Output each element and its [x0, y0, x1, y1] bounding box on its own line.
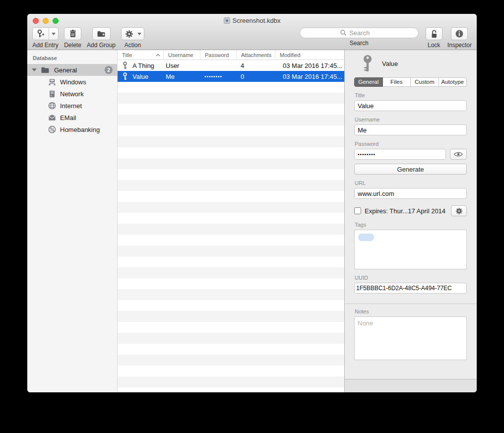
inspector-button[interactable] — [451, 27, 468, 40]
chevron-down-icon — [137, 33, 141, 35]
cell-password — [204, 60, 236, 71]
search-label: Search — [350, 40, 369, 47]
tab-autotype[interactable]: Autotype — [439, 77, 467, 87]
uuid-field[interactable] — [354, 283, 467, 294]
disclosure-triangle-icon[interactable] — [32, 68, 37, 71]
homebanking-icon — [48, 125, 56, 133]
entry-title: Value — [382, 60, 398, 67]
lock-label: Lock — [428, 42, 440, 49]
cell-username: User — [166, 60, 199, 71]
cell-attachments: 4 — [241, 60, 274, 71]
sidebar-item-windows[interactable]: Windows — [27, 76, 117, 88]
search-icon — [340, 29, 347, 36]
username-field[interactable] — [354, 124, 467, 135]
add-entry-dropdown-segment[interactable] — [49, 28, 58, 40]
gear-icon — [125, 30, 133, 38]
sidebar-item-network[interactable]: Network — [27, 88, 117, 100]
cell-title: A Thing — [132, 60, 163, 71]
info-icon — [455, 29, 464, 38]
trash-icon — [69, 29, 77, 38]
tab-files[interactable]: Files — [383, 77, 411, 87]
sidebar: Database General 2 — [27, 50, 118, 392]
screenshot: Screenshot.kdbx — [0, 0, 504, 433]
sidebar-item-internet[interactable]: Internet — [27, 100, 117, 112]
email-icon — [48, 114, 56, 122]
table-body[interactable]: A Thing User 4 03 Mar 2016 17:45... Valu… — [118, 60, 344, 392]
divider — [345, 304, 477, 304]
inspector-label: Inspector — [447, 42, 472, 49]
add-entry-group: Add Entry — [32, 27, 59, 49]
url-field[interactable] — [354, 188, 467, 199]
add-entry-main-segment[interactable] — [33, 28, 49, 40]
add-group-label: Add Group — [87, 42, 116, 49]
inspector-footer — [345, 379, 477, 392]
search-field[interactable] — [300, 27, 419, 38]
column-header-attachments[interactable]: Attachments — [237, 50, 275, 60]
expires-settings-button[interactable] — [451, 205, 467, 216]
key-icon — [362, 55, 374, 72]
toolbar: Add Entry Delete — [32, 27, 472, 49]
column-header-password[interactable]: Password — [200, 50, 237, 60]
network-icon — [48, 90, 56, 98]
cell-modified: 03 Mar 2016 17:45... — [283, 71, 343, 82]
title-field[interactable] — [354, 100, 467, 111]
lock-button[interactable] — [426, 27, 442, 40]
search-input[interactable] — [348, 29, 378, 37]
cell-attachments: 0 — [241, 71, 274, 82]
expires-label: Expires: Thur...17 April 2014 — [365, 207, 451, 215]
key-icon — [122, 62, 128, 69]
sidebar-item-homebanking[interactable]: Homebanking — [27, 124, 117, 135]
action-group: Action — [121, 27, 144, 49]
add-group-group: Add Group — [87, 27, 116, 49]
tag-pill[interactable] — [358, 234, 374, 241]
window-title: Screenshot.kdbx — [27, 17, 477, 24]
delete-label: Delete — [64, 42, 81, 49]
tab-general[interactable]: General — [354, 77, 383, 87]
add-group-button[interactable] — [92, 27, 111, 40]
column-header-modified[interactable]: Modified — [275, 50, 345, 60]
chevron-down-icon — [52, 33, 56, 35]
table-header: Title Username Password Attachments Modi… — [118, 50, 344, 60]
sidebar-item-label: Homebanking — [60, 126, 100, 133]
search-group: Search — [300, 27, 419, 47]
add-entry-button[interactable] — [32, 27, 59, 40]
action-main-segment[interactable] — [122, 28, 135, 40]
sidebar-item-label: EMail — [60, 114, 76, 122]
sidebar-item-label: Internet — [60, 102, 82, 110]
reveal-password-button[interactable] — [450, 149, 467, 160]
username-field-label: Username — [355, 117, 467, 123]
generate-button[interactable]: Generate — [354, 164, 467, 175]
action-dropdown-segment[interactable] — [135, 28, 144, 40]
action-button[interactable] — [121, 27, 144, 40]
inspector-group: Inspector — [447, 27, 472, 49]
url-field-label: URL — [355, 180, 467, 186]
notes-label: Notes — [355, 309, 467, 314]
expires-checkbox[interactable] — [354, 207, 361, 214]
key-plus-icon — [36, 29, 45, 38]
tab-custom[interactable]: Custom — [411, 77, 439, 87]
notes-field[interactable] — [354, 316, 467, 360]
title-field-label: Title — [355, 92, 467, 98]
inspector-tabs: General Files Custom Autotype — [354, 77, 467, 87]
column-header-title[interactable]: Title — [118, 50, 164, 60]
sidebar-section-header: Database — [27, 50, 117, 64]
folder-plus-icon — [97, 30, 106, 38]
window-title-text: Screenshot.kdbx — [233, 17, 281, 24]
table-row[interactable]: A Thing User 4 03 Mar 2016 17:45... — [118, 60, 344, 71]
sidebar-item-general[interactable]: General 2 — [27, 64, 117, 76]
folder-icon — [41, 66, 50, 74]
gear-icon — [455, 207, 463, 215]
titlebar-toolbar: Screenshot.kdbx — [27, 14, 477, 50]
action-label: Action — [125, 42, 141, 49]
lock-open-icon — [430, 29, 439, 39]
password-field[interactable] — [354, 149, 446, 160]
inspector-content: Value General Files Custom Autotype Titl… — [345, 50, 477, 379]
eye-icon — [454, 151, 463, 157]
delete-button[interactable] — [64, 27, 81, 40]
sidebar-item-email[interactable]: EMail — [27, 112, 117, 124]
column-header-username[interactable]: Username — [164, 50, 200, 60]
tags-box[interactable] — [354, 230, 467, 269]
table-row-selected[interactable]: Value Me •••••••• 0 03 Mar 2016 17:45... — [118, 71, 344, 82]
sort-ascending-icon — [156, 54, 160, 57]
entry-table: Title Username Password Attachments Modi… — [118, 50, 345, 392]
